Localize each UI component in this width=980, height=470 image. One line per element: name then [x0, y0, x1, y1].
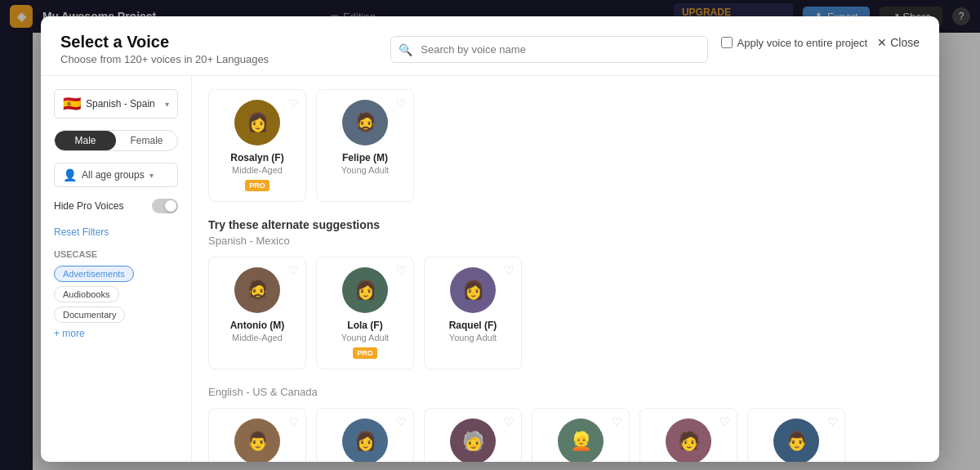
toggle-knob [165, 200, 176, 212]
chevron-down-icon: ▾ [149, 171, 154, 180]
voice-name: Felipe (M) [342, 152, 388, 163]
favorite-button[interactable]: ♡ [288, 96, 299, 110]
language-selector[interactable]: 🇪🇸 Spanish - Spain ▾ [54, 89, 178, 119]
voice-avatar: 🧔 [342, 100, 388, 145]
favorite-button[interactable]: ♡ [396, 264, 407, 277]
favorite-button[interactable]: ♡ [396, 415, 407, 428]
voice-avatar: 👱 [558, 419, 604, 462]
voice-avatar: 👨 [234, 419, 280, 462]
more-tags-button[interactable]: + more [54, 328, 85, 339]
voice-age: Middle-Aged [232, 333, 283, 342]
voice-card-nate[interactable]: ♡ 🧑 Nate (M) Young Adult [639, 408, 737, 462]
gender-filter: Male Female [54, 130, 178, 151]
person-icon: 👤 [63, 168, 77, 181]
favorite-button[interactable]: ♡ [288, 415, 299, 428]
voice-name: Raquel (F) [449, 320, 497, 331]
voice-avatar: 👩 [234, 100, 280, 145]
apply-voice-label[interactable]: Apply voice to entire project [721, 37, 868, 49]
voice-card-charles[interactable]: ♡ 🧓 Charles (M) Middle-Aged PRO [424, 408, 522, 462]
age-label: All age groups [82, 169, 145, 181]
voice-name: Lola (F) [347, 320, 382, 331]
voice-name: Rosalyn (F) [230, 152, 283, 163]
favorite-button[interactable]: ♡ [396, 96, 407, 110]
voice-card-felipe[interactable]: ♡ 🧔 Felipe (M) Young Adult [316, 89, 414, 202]
favorite-button[interactable]: ♡ [504, 415, 514, 428]
spanish-spain-grid: ♡ 👩 Rosalyn (F) Middle-Aged PRO ♡ 🧔 Feli… [208, 89, 923, 202]
alternate-suggestions-title: Try these alternate suggestions [208, 218, 923, 231]
search-icon: 🔍 [399, 43, 412, 56]
apply-voice-text: Apply voice to entire project [737, 37, 868, 49]
modal-overlay: Select a Voice Choose from 120+ voices i… [0, 0, 980, 470]
search-input[interactable] [390, 36, 707, 63]
modal-title-block: Select a Voice Choose from 120+ voices i… [60, 33, 377, 65]
english-us-canada-header: English - US & Canada [208, 386, 923, 398]
english-us-canada-grid: ♡ 👨 Terrell (M) Middle-Aged PRO ♡ 👩 Nata… [208, 408, 923, 462]
modal-header: Select a Voice Choose from 120+ voices i… [41, 16, 939, 76]
favorite-button[interactable]: ♡ [288, 264, 299, 277]
tag-documentary[interactable]: Documentary [54, 307, 125, 323]
favorite-button[interactable]: ♡ [827, 415, 838, 428]
tag-audiobooks[interactable]: Audiobooks [54, 286, 119, 302]
voice-avatar: 👩 [450, 267, 496, 313]
modal-header-right: Apply voice to entire project ✕ Close [721, 36, 920, 49]
voice-card-raquel[interactable]: ♡ 👩 Raquel (F) Young Adult [424, 257, 522, 369]
gender-female-button[interactable]: Female [116, 131, 177, 150]
pro-voices-label: Hide Pro Voices [54, 200, 123, 212]
spanish-mexico-header: Spanish - Mexico [208, 235, 923, 247]
modal-body: 🇪🇸 Spanish - Spain ▾ Male Female 👤 All a… [41, 76, 939, 462]
modal-subtitle: Choose from 120+ voices in 20+ Languages [60, 53, 377, 65]
voice-avatar: 👨 [773, 419, 819, 462]
language-flag: 🇪🇸 [63, 95, 81, 113]
pro-badge: PRO [353, 347, 377, 359]
voice-card-lola[interactable]: ♡ 👩 Lola (F) Young Adult PRO [316, 257, 414, 369]
voice-card-terrell[interactable]: ♡ 👨 Terrell (M) Middle-Aged PRO [208, 408, 306, 462]
voice-card-samantha[interactable]: ♡ 👱 Samantha (F) Young Adult PRO [532, 408, 630, 462]
close-button[interactable]: ✕ Close [877, 36, 920, 49]
voice-avatar: 👩 [342, 267, 388, 313]
pro-voices-row: Hide Pro Voices [54, 199, 178, 213]
age-selector[interactable]: 👤 All age groups ▾ [54, 163, 178, 187]
filter-sidebar: 🇪🇸 Spanish - Spain ▾ Male Female 👤 All a… [41, 76, 192, 462]
usecase-label: Usecase [54, 249, 178, 259]
badge-row: PRO [353, 347, 377, 359]
voice-age: Young Adult [449, 333, 497, 342]
spanish-mexico-grid: ♡ 🧔 Antonio (M) Middle-Aged ♡ 👩 Lola (F)… [208, 257, 923, 369]
language-name: Spanish - Spain [86, 98, 160, 110]
voice-avatar: 🧔 [234, 267, 280, 313]
voice-avatar: 🧓 [450, 419, 496, 462]
voice-age: Young Adult [341, 165, 389, 175]
voice-card-natalie[interactable]: ♡ 👩 Natalie (F) Young Adult PRO [316, 408, 414, 462]
tag-advertisements[interactable]: Advertisements [54, 266, 134, 282]
pro-voices-toggle[interactable] [152, 199, 178, 213]
voice-card-clint[interactable]: ♡ 👨 Clint (M) Middle-Aged PRO [747, 408, 845, 462]
voice-age: Young Adult [341, 333, 389, 342]
pro-badge: PRO [245, 180, 270, 191]
voice-content: ♡ 👩 Rosalyn (F) Middle-Aged PRO ♡ 🧔 Feli… [192, 76, 939, 462]
favorite-button[interactable]: ♡ [719, 415, 730, 428]
close-label: Close [890, 36, 920, 49]
voice-name: Antonio (M) [230, 320, 285, 331]
close-icon: ✕ [877, 36, 887, 49]
voice-avatar: 👩 [342, 419, 388, 462]
gender-male-button[interactable]: Male [55, 131, 116, 150]
voice-card-rosalyn[interactable]: ♡ 👩 Rosalyn (F) Middle-Aged PRO [208, 89, 306, 202]
select-voice-modal: Select a Voice Choose from 120+ voices i… [41, 16, 939, 462]
favorite-button[interactable]: ♡ [612, 415, 622, 428]
chevron-down-icon: ▾ [165, 100, 169, 109]
modal-title: Select a Voice [60, 33, 377, 51]
favorite-button[interactable]: ♡ [504, 264, 514, 277]
usecase-tags: Advertisements Audiobooks Documentary [54, 266, 178, 323]
search-container: 🔍 [390, 36, 707, 63]
voice-age: Middle-Aged [232, 165, 283, 175]
voice-avatar: 🧑 [666, 419, 711, 462]
reset-filters-button[interactable]: Reset Filters [54, 226, 109, 238]
voice-card-antonio[interactable]: ♡ 🧔 Antonio (M) Middle-Aged [208, 257, 306, 369]
apply-voice-checkbox[interactable] [721, 37, 733, 48]
badge-row: PRO [245, 180, 270, 191]
